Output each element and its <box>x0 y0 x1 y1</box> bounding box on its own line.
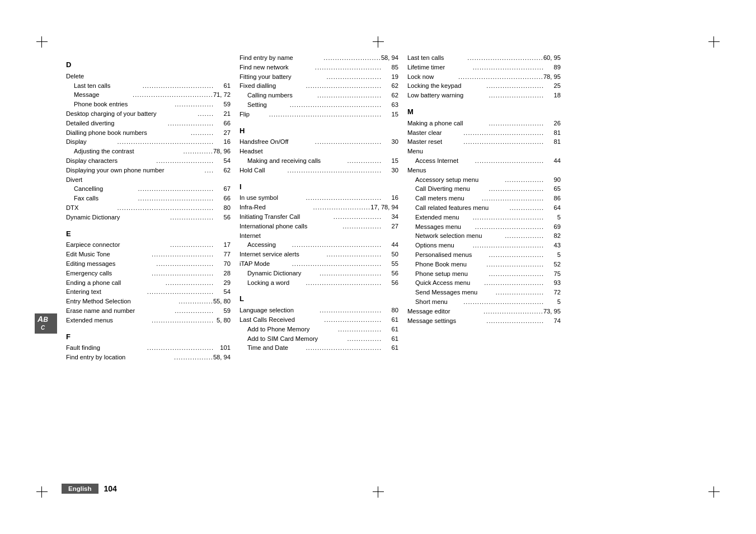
entry-personalised-menus: Personalised menus .....................… <box>407 250 561 260</box>
entry-delete: Delete <box>66 72 231 81</box>
entry-delete-phone-book-entries: Phone book entries ................. 59 <box>66 100 231 109</box>
entry-divert: Divert <box>66 175 231 185</box>
entry-dynamic-dictionary-i: Dynamic Dictionary .....................… <box>240 269 398 278</box>
crosshair-bm <box>373 486 384 498</box>
entry-editing-messages: Editing messages .......................… <box>66 259 231 269</box>
footer: English 104 <box>62 484 117 494</box>
entry-accessory-setup-menu: Accessory setup menu .................90 <box>407 175 561 185</box>
entry-delete-message: Message ................................… <box>66 90 231 100</box>
entry-call-diverting-menu: Call Diverting menu ....................… <box>407 184 561 194</box>
entry-headset: Headset <box>240 147 398 156</box>
entry-display: Display ................................… <box>66 137 231 147</box>
entry-dialling-phone-book: Dialling phone book numbers .......... 2… <box>66 128 231 138</box>
crosshair-tm <box>373 36 384 48</box>
crosshair-br <box>708 486 720 498</box>
entry-lifetime-timer: Lifetime timer .........................… <box>407 63 561 72</box>
entry-language-selection: Language selection .....................… <box>240 306 398 315</box>
entry-display-characters: Display characters .....................… <box>66 156 231 166</box>
entry-fitting-battery: Fitting your battery ...................… <box>240 72 398 82</box>
entry-edit-music-tone: Edit Music Tone ........................… <box>66 250 231 259</box>
entry-send-messages-menu: Send Messages menu .....................… <box>407 288 561 297</box>
entry-dynamic-dictionary-d: Dynamic Dictionary ................... 5… <box>66 213 231 222</box>
entry-setting: Setting ................................… <box>240 100 398 110</box>
page: AB C D Delete Last ten calls ...........… <box>0 0 756 534</box>
section-d: D <box>66 60 231 71</box>
entry-call-related-features-menu: Call related features menu .............… <box>407 203 561 213</box>
entry-accessing: Accessing ..............................… <box>240 240 398 250</box>
entry-erase-name-number: Erase name and number ................. … <box>66 306 231 316</box>
entry-entering-text: Entering text ..........................… <box>66 287 231 297</box>
entry-menus: Menus <box>407 166 561 175</box>
entry-extended-menu: Extended menu ..........................… <box>407 213 561 222</box>
entry-internet: Internet <box>240 231 398 241</box>
page-number: 104 <box>104 484 117 493</box>
entry-earpiece-connector: Earpiece connector ................... 1… <box>66 240 231 250</box>
entry-delete-last-ten-calls: Last ten calls .........................… <box>66 81 231 91</box>
entry-locking-keypad: Locking the keypad .....................… <box>407 81 561 91</box>
entry-in-use-symbol: In use symbol ..........................… <box>240 193 398 203</box>
entry-short-menu: Short menu .............................… <box>407 297 561 307</box>
content-area: D Delete Last ten calls ................… <box>62 53 728 478</box>
crosshair-bl <box>36 486 48 498</box>
section-l: L <box>240 294 398 305</box>
entry-cancelling: Cancelling .............................… <box>66 184 231 194</box>
entry-flip: Flip ...................................… <box>240 110 398 119</box>
entry-dtx: DTX ....................................… <box>66 203 231 213</box>
entry-calling-numbers: Calling numbers ........................… <box>240 91 398 100</box>
entry-time-and-date: Time and Date ..........................… <box>240 343 398 353</box>
entry-quick-access-menu: Quick Access menu ......................… <box>407 278 561 288</box>
language-label: English <box>62 484 98 494</box>
entry-phone-book-menu: Phone Book menu ........................… <box>407 260 561 269</box>
section-f: F <box>66 332 231 343</box>
entry-hold-call: Hold Call ..............................… <box>240 166 398 175</box>
entry-entry-method-selection: Entry Method Selection ...............55… <box>66 297 231 306</box>
section-h: H <box>240 126 398 137</box>
entry-fault-finding: Fault finding ..........................… <box>66 343 231 353</box>
column-3: Last ten calls .........................… <box>403 53 565 478</box>
entry-add-phone-memory: Add to Phone Memory ...................6… <box>240 325 398 334</box>
entry-internet-service-alerts: Internet service alerts ................… <box>240 250 398 259</box>
entry-master-reset: Master reset ...........................… <box>407 137 561 147</box>
abc-icon: AB C <box>35 313 57 336</box>
entry-message-settings: Message settings .......................… <box>407 316 561 326</box>
entry-find-entry-by-name: Find entry by name .....................… <box>240 53 398 63</box>
entry-last-calls-received: Last Calls Received ....................… <box>240 315 398 325</box>
entry-fax-calls: Fax calls ..............................… <box>66 194 231 203</box>
entry-itap-mode: iTAP Mode ..............................… <box>240 259 398 269</box>
entry-options-menu: Options menu ...........................… <box>407 241 561 250</box>
entry-desktop-charging: Desktop charging of your battery .......… <box>66 109 231 119</box>
column-2: Find entry by name .....................… <box>235 53 403 478</box>
column-1: D Delete Last ten calls ................… <box>62 53 235 478</box>
entry-messages-menu: Messages menu ..........................… <box>407 222 561 232</box>
entry-locking-word: Locking a word .........................… <box>240 278 398 288</box>
section-i: I <box>240 182 398 193</box>
entry-find-new-network: Find new network .......................… <box>240 63 398 72</box>
section-m: M <box>407 107 561 118</box>
entry-initiating-transfer-call: Initiating Transfer Call ...............… <box>240 212 398 222</box>
entry-detailed-diverting: Detailed diverting .................... … <box>66 119 231 128</box>
crosshair-tr <box>708 36 720 48</box>
crosshair-tl <box>36 36 48 48</box>
entry-find-entry-by-location: Find entry by location .................… <box>66 353 231 362</box>
entry-fixed-dialling: Fixed dialling .........................… <box>240 81 398 91</box>
entry-call-meters-menu: Call meters menu .......................… <box>407 194 561 203</box>
entry-emergency-calls: Emergency calls ........................… <box>66 269 231 278</box>
entry-extended-menus: Extended menus .........................… <box>66 316 231 325</box>
entry-ending-phone-call: Ending a phone call ....................… <box>66 278 231 288</box>
entry-lock-now: Lock now ...............................… <box>407 72 561 82</box>
entry-handsfree: Handsfree On/Off .......................… <box>240 137 398 147</box>
entry-menu: Menu <box>407 147 561 156</box>
entry-phone-setup-menu: Phone setup menu .......................… <box>407 269 561 279</box>
entry-add-sim-memory: Add to SIM Card Memory ...............61 <box>240 334 398 344</box>
entry-network-selection-menu: Network selection menu .................… <box>407 231 561 241</box>
section-e: E <box>66 229 231 240</box>
entry-making-phone-call: Making a phone call ....................… <box>407 119 561 128</box>
entry-making-receiving-calls: Making and receiving calls .............… <box>240 156 398 166</box>
entry-master-clear: Master clear ...........................… <box>407 128 561 138</box>
entry-infra-red: Infra-Red ......................... 17, … <box>240 203 398 212</box>
entry-displaying-own-number: Displaying your own phone number .... 62 <box>66 166 231 175</box>
entry-low-battery-warning: Low battery warning ....................… <box>407 91 561 100</box>
entry-international-phone-calls: International phone calls ..............… <box>240 222 398 231</box>
entry-last-ten-calls-m: Last ten calls .........................… <box>407 53 561 63</box>
entry-message-editor: Message editor .........................… <box>407 307 561 316</box>
